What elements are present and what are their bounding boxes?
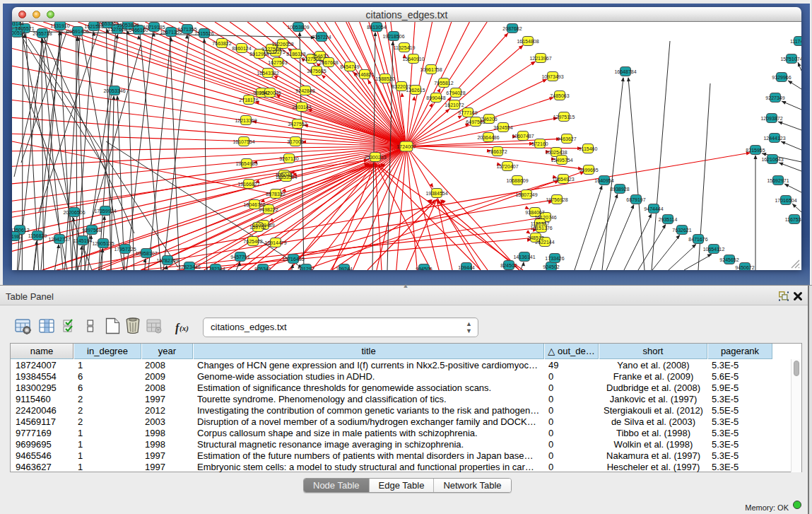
- svg-text:1588520: 1588520: [375, 76, 394, 81]
- svg-text:10961758: 10961758: [420, 67, 442, 72]
- svg-text:16154808: 16154808: [517, 39, 539, 44]
- svg-text:8813054: 8813054: [367, 25, 386, 30]
- svg-text:9699695: 9699695: [579, 168, 598, 173]
- svg-text:9115460: 9115460: [579, 146, 598, 151]
- svg-text:10958107: 10958107: [135, 251, 157, 256]
- svg-text:1331910: 1331910: [50, 23, 69, 28]
- svg-text:9327504: 9327504: [261, 47, 281, 52]
- svg-text:1167534: 1167534: [785, 217, 801, 222]
- svg-text:9450672: 9450672: [735, 265, 754, 270]
- svg-text:7625402: 7625402: [243, 239, 262, 244]
- svg-text:501292: 501292: [298, 267, 314, 271]
- svg-text:14136141: 14136141: [513, 255, 535, 259]
- svg-text:924502: 924502: [543, 264, 559, 269]
- svg-text:1282344: 1282344: [206, 267, 225, 271]
- svg-text:16543382: 16543382: [257, 71, 278, 76]
- svg-text:9227349: 9227349: [765, 95, 784, 100]
- svg-text:109244: 109244: [336, 267, 352, 271]
- svg-text:19654923: 19654923: [552, 177, 574, 182]
- svg-text:15720407: 15720407: [496, 164, 518, 169]
- svg-text:12942737: 12942737: [48, 237, 70, 242]
- svg-text:1527602: 1527602: [107, 27, 126, 32]
- svg-text:12213369: 12213369: [235, 118, 257, 123]
- svg-text:15751074: 15751074: [780, 57, 801, 62]
- svg-text:2718176: 2718176: [239, 98, 258, 103]
- svg-text:11325419: 11325419: [394, 45, 416, 50]
- svg-text:1733426: 1733426: [545, 256, 564, 261]
- svg-text:10654112: 10654112: [703, 247, 725, 252]
- svg-text:8860124: 8860124: [232, 46, 251, 51]
- svg-text:9777169: 9777169: [458, 110, 477, 115]
- svg-text:6794028: 6794028: [446, 90, 465, 95]
- svg-text:8938928: 8938928: [610, 187, 629, 192]
- svg-text:9457791: 9457791: [230, 255, 249, 259]
- svg-text:8990448: 8990448: [426, 95, 445, 100]
- svg-text:12975115: 12975115: [553, 115, 575, 119]
- svg-text:9329966: 9329966: [772, 75, 791, 80]
- svg-text:7955812: 7955812: [434, 81, 453, 86]
- svg-text:25300233: 25300233: [364, 155, 386, 160]
- svg-text:12093872: 12093872: [760, 116, 782, 121]
- svg-text:8454749: 8454749: [340, 64, 359, 69]
- svg-text:19218506: 19218506: [382, 34, 404, 39]
- svg-text:8878332: 8878332: [266, 192, 285, 197]
- svg-text:3624554: 3624554: [493, 125, 512, 130]
- svg-text:12213967: 12213967: [529, 56, 551, 61]
- svg-text:159702: 159702: [249, 225, 266, 230]
- svg-text:10053809: 10053809: [287, 25, 309, 30]
- svg-text:1156829: 1156829: [28, 233, 47, 238]
- svg-text:754632: 754632: [312, 54, 328, 59]
- svg-text:19384554: 19384554: [425, 191, 447, 196]
- svg-text:10607487: 10607487: [512, 134, 534, 139]
- svg-text:16914479: 16914479: [264, 240, 286, 245]
- svg-text:7866372: 7866372: [488, 149, 507, 154]
- svg-text:572160: 572160: [531, 141, 548, 146]
- svg-text:9146821: 9146821: [355, 72, 374, 77]
- svg-text:19756928: 19756928: [546, 197, 567, 202]
- svg-text:15495754: 15495754: [551, 158, 572, 163]
- svg-text:9463627: 9463627: [557, 136, 576, 141]
- svg-text:15716485: 15716485: [282, 257, 304, 262]
- svg-text:109444: 109444: [458, 265, 474, 270]
- svg-text:12905135: 12905135: [92, 241, 114, 246]
- svg-text:9897568: 9897568: [82, 228, 101, 233]
- svg-text:10719185: 10719185: [143, 25, 165, 30]
- svg-text:1117404: 1117404: [790, 39, 801, 44]
- svg-text:10653267: 10653267: [96, 22, 118, 26]
- svg-text:20206506: 20206506: [63, 210, 85, 215]
- svg-text:2087682: 2087682: [502, 26, 522, 31]
- svg-text:17359924: 17359924: [94, 209, 116, 214]
- svg-text:23420046: 23420046: [259, 90, 281, 95]
- svg-text:1362615: 1362615: [406, 88, 425, 93]
- svg-text:1724007: 1724007: [396, 144, 416, 149]
- svg-text:19166827: 19166827: [237, 182, 259, 187]
- svg-text:17016504: 17016504: [775, 198, 796, 203]
- svg-text:4350612: 4350612: [12, 228, 30, 233]
- svg-text:10053809: 10053809: [117, 23, 139, 28]
- svg-text:16151376: 16151376: [530, 226, 552, 230]
- svg-text:1627503: 1627503: [268, 60, 287, 65]
- svg-text:8186328: 8186328: [286, 52, 305, 57]
- svg-text:16210643: 16210643: [761, 157, 783, 162]
- svg-text:10025438: 10025438: [545, 150, 567, 155]
- svg-text:12444123: 12444123: [763, 136, 785, 141]
- svg-text:20691406: 20691406: [66, 29, 88, 34]
- svg-text:1621072: 1621072: [445, 103, 464, 107]
- svg-text:994506: 994506: [416, 267, 432, 271]
- svg-text:2803144: 2803144: [292, 105, 311, 110]
- svg-text:7515526: 7515526: [194, 31, 213, 36]
- svg-text:16648784: 16648784: [614, 69, 636, 74]
- svg-text:2522144: 2522144: [535, 240, 554, 245]
- svg-text:7357224: 7357224: [312, 35, 331, 40]
- svg-text:(x): (x): [180, 324, 189, 333]
- svg-text:3427552: 3427552: [288, 122, 307, 127]
- svg-text:17957225: 17957225: [114, 247, 136, 252]
- svg-text:2935114: 2935114: [659, 217, 678, 222]
- svg-text:15640910: 15640910: [402, 57, 424, 62]
- svg-text:991987: 991987: [12, 234, 23, 239]
- svg-text:10973493: 10973493: [541, 74, 563, 79]
- svg-text:9498222: 9498222: [259, 207, 278, 212]
- svg-text:9384007: 9384007: [525, 210, 544, 215]
- svg-text:9245652: 9245652: [719, 257, 739, 262]
- svg-text:7663822: 7663822: [212, 41, 231, 46]
